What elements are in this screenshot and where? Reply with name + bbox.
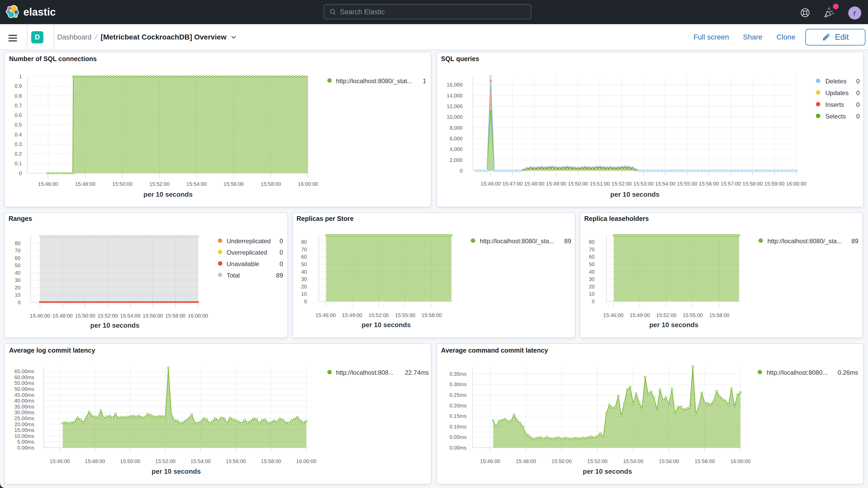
svg-text:per 10 seconds: per 10 seconds xyxy=(610,190,659,198)
svg-text:15:48:00: 15:48:00 xyxy=(516,458,536,464)
svg-text:15:56:00: 15:56:00 xyxy=(659,458,679,464)
svg-text:per 10 seconds: per 10 seconds xyxy=(90,322,139,329)
svg-text:35.00ms: 35.00ms xyxy=(14,404,34,409)
svg-text:15:59:00: 15:59:00 xyxy=(764,181,784,187)
svg-text:0: 0 xyxy=(304,299,307,304)
svg-text:4,000: 4,000 xyxy=(450,146,463,152)
svg-text:15:55:00: 15:55:00 xyxy=(683,312,703,318)
svg-text:http://localhost:808...: http://localhost:808... xyxy=(336,369,394,376)
svg-text:15:50:00: 15:50:00 xyxy=(75,313,95,318)
svg-text:Unavailable: Unavailable xyxy=(227,261,259,267)
svg-text:14,000: 14,000 xyxy=(447,93,463,98)
svg-text:15:55:00: 15:55:00 xyxy=(395,312,415,318)
svg-text:0: 0 xyxy=(280,249,283,256)
svg-text:per 10 seconds: per 10 seconds xyxy=(649,321,698,329)
svg-text:Total: Total xyxy=(227,272,240,279)
svg-text:40.00ms: 40.00ms xyxy=(14,398,34,403)
svg-text:15:54:00: 15:54:00 xyxy=(120,313,140,318)
svg-text:0.10ms: 0.10ms xyxy=(450,424,466,430)
svg-text:40: 40 xyxy=(589,269,595,275)
svg-text:10: 10 xyxy=(301,291,307,297)
svg-text:0: 0 xyxy=(856,101,860,108)
svg-text:Replica leaseholders: Replica leaseholders xyxy=(584,215,649,222)
svg-text:0.2: 0.2 xyxy=(14,151,22,157)
svg-text:15:54:00: 15:54:00 xyxy=(186,181,207,187)
svg-text:0: 0 xyxy=(856,113,860,120)
svg-text:15:52:00: 15:52:00 xyxy=(369,312,389,318)
svg-text:Replicas per Store: Replicas per Store xyxy=(297,215,354,222)
svg-text:60.00ms: 60.00ms xyxy=(14,374,34,380)
svg-text:0.25ms: 0.25ms xyxy=(450,392,466,398)
svg-text:per 10 seconds: per 10 seconds xyxy=(152,467,200,475)
svg-text:15:46:00: 15:46:00 xyxy=(480,458,500,464)
svg-text:60: 60 xyxy=(589,254,595,260)
svg-text:70: 70 xyxy=(15,248,21,253)
svg-text:30: 30 xyxy=(589,276,595,282)
svg-text:Selects: Selects xyxy=(826,113,846,120)
svg-text:15:58:00: 15:58:00 xyxy=(742,181,763,187)
svg-text:Number of SQL connections: Number of SQL connections xyxy=(9,55,97,62)
svg-text:16:00:00: 16:00:00 xyxy=(298,181,318,187)
svg-text:per 10 seconds: per 10 seconds xyxy=(362,321,411,329)
svg-text:60: 60 xyxy=(15,255,21,261)
svg-text:55.00ms: 55.00ms xyxy=(14,380,34,386)
svg-text:15:48:00: 15:48:00 xyxy=(85,458,105,464)
svg-text:15:58:00: 15:58:00 xyxy=(422,312,442,318)
svg-text:10,000: 10,000 xyxy=(447,114,463,120)
svg-text:0.00ms: 0.00ms xyxy=(450,445,466,451)
svg-text:6,000: 6,000 xyxy=(450,135,463,141)
svg-text:10: 10 xyxy=(589,291,595,297)
svg-text:15:48:00: 15:48:00 xyxy=(75,181,95,187)
svg-text:30: 30 xyxy=(15,277,21,283)
svg-text:0: 0 xyxy=(280,261,283,267)
svg-text:10: 10 xyxy=(15,292,21,298)
svg-text:15:52:00: 15:52:00 xyxy=(587,458,608,464)
svg-text:8,000: 8,000 xyxy=(450,125,463,131)
svg-text:0.35ms: 0.35ms xyxy=(450,371,466,377)
svg-text:89: 89 xyxy=(276,272,283,279)
svg-text:0.7: 0.7 xyxy=(14,103,22,109)
svg-text:15:58:00: 15:58:00 xyxy=(261,458,281,464)
svg-text:0: 0 xyxy=(280,238,283,245)
svg-text:2,000: 2,000 xyxy=(450,157,463,163)
svg-text:16:00:00: 16:00:00 xyxy=(730,458,750,464)
svg-text:15:58:00: 15:58:00 xyxy=(709,312,730,318)
svg-text:70: 70 xyxy=(589,247,595,252)
svg-text:16:00:00: 16:00:00 xyxy=(786,181,806,187)
svg-text:45.00ms: 45.00ms xyxy=(14,392,34,398)
svg-text:16,000: 16,000 xyxy=(447,82,463,88)
svg-text:0.30ms: 0.30ms xyxy=(450,382,466,387)
svg-text:50: 50 xyxy=(15,263,21,268)
svg-text:0.8: 0.8 xyxy=(14,93,22,99)
svg-text:0.20ms: 0.20ms xyxy=(450,403,466,408)
svg-text:15:56:00: 15:56:00 xyxy=(143,313,163,318)
svg-text:15:58:00: 15:58:00 xyxy=(261,181,281,187)
svg-text:15:54:00: 15:54:00 xyxy=(655,181,675,187)
svg-text:0: 0 xyxy=(856,89,860,96)
svg-text:15:53:00: 15:53:00 xyxy=(633,181,654,187)
svg-text:15:54:00: 15:54:00 xyxy=(190,458,211,464)
svg-text:0: 0 xyxy=(18,300,21,305)
svg-text:16:00:00: 16:00:00 xyxy=(188,313,208,318)
svg-text:5.00ms: 5.00ms xyxy=(17,439,34,445)
svg-text:0.00ms: 0.00ms xyxy=(17,445,34,451)
svg-text:0.05ms: 0.05ms xyxy=(450,434,466,440)
svg-text:15.00ms: 15.00ms xyxy=(14,427,34,433)
svg-text:80: 80 xyxy=(15,240,21,246)
svg-text:15:49:00: 15:49:00 xyxy=(546,181,566,187)
svg-text:70: 70 xyxy=(301,247,307,252)
svg-text:15:46:00: 15:46:00 xyxy=(50,458,70,464)
svg-text:0.15ms: 0.15ms xyxy=(450,413,466,419)
svg-text:15:55:00: 15:55:00 xyxy=(677,181,697,187)
svg-text:15:48:00: 15:48:00 xyxy=(53,313,73,318)
svg-text:15:49:00: 15:49:00 xyxy=(342,312,362,318)
svg-text:15:52:00: 15:52:00 xyxy=(656,312,677,318)
svg-text:http://localhost:8080/_sta...: http://localhost:8080/_sta... xyxy=(768,238,842,245)
svg-text:0.5: 0.5 xyxy=(14,122,22,128)
svg-text:12,000: 12,000 xyxy=(447,103,463,109)
svg-text:15:52:00: 15:52:00 xyxy=(149,181,170,187)
svg-text:15:58:00: 15:58:00 xyxy=(165,313,186,318)
svg-text:20.00ms: 20.00ms xyxy=(14,422,34,427)
svg-text:15:52:00: 15:52:00 xyxy=(155,458,176,464)
svg-text:80: 80 xyxy=(301,239,307,245)
